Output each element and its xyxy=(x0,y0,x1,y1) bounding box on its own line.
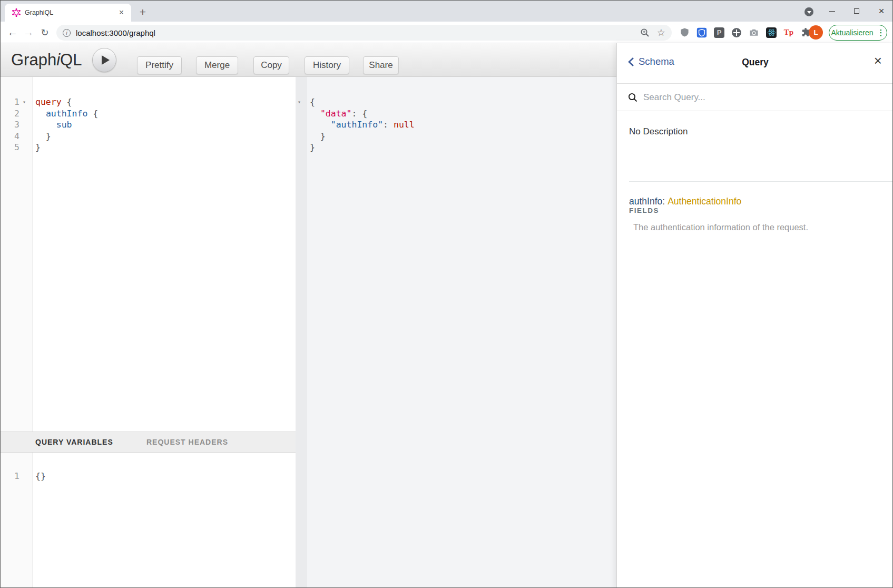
execute-query-button[interactable] xyxy=(92,48,116,72)
p-extension-icon[interactable]: P xyxy=(714,27,724,38)
copy-button[interactable]: Copy xyxy=(253,56,289,74)
query-editor[interactable]: 1▾query {2 authInfo {3 sub4 }5} xyxy=(1,77,296,432)
variables-title-bar: QUERY VARIABLES REQUEST HEADERS xyxy=(1,432,296,453)
graphql-favicon-icon xyxy=(12,8,21,17)
field-name-link[interactable]: authInfo xyxy=(629,196,662,207)
tab-query-variables[interactable]: QUERY VARIABLES xyxy=(35,432,113,452)
browser-window: GraphiQL × + × ← → ↻ i localhost:3000/gr… xyxy=(0,0,893,588)
window-close-button[interactable]: × xyxy=(869,1,893,22)
result-pane[interactable]: ▾{ "data": { "authInfo": null }} xyxy=(296,77,616,588)
docs-search-row xyxy=(617,84,893,111)
chevron-down-circle-icon[interactable] xyxy=(804,7,813,16)
docs-title: Query xyxy=(617,57,893,68)
zoom-page-icon[interactable] xyxy=(640,28,650,37)
menu-dots-icon: ⋮ xyxy=(877,28,885,37)
back-button[interactable]: ← xyxy=(5,22,21,43)
share-button[interactable]: Share xyxy=(363,56,399,74)
fields-heading: FIELDS xyxy=(629,207,659,214)
bookmark-star-icon[interactable]: ☆ xyxy=(657,28,665,37)
tab-request-headers[interactable]: REQUEST HEADERS xyxy=(146,432,228,452)
field-separator: : xyxy=(662,196,665,207)
chrome-update-button[interactable]: Aktualisieren ⋮ xyxy=(829,25,887,41)
reload-button[interactable]: ↻ xyxy=(37,22,53,43)
docs-search-input[interactable] xyxy=(642,92,845,103)
ublock-shield-icon[interactable] xyxy=(679,27,690,38)
fields-divider xyxy=(629,181,893,182)
forward-button[interactable]: → xyxy=(21,22,36,43)
play-icon xyxy=(102,55,110,65)
field-description: The authentication information of the re… xyxy=(633,222,808,232)
search-icon xyxy=(628,93,637,102)
profile-avatar[interactable]: L xyxy=(809,25,823,40)
field-type-link[interactable]: AuthenticationInfo xyxy=(668,196,741,207)
history-button[interactable]: History xyxy=(305,56,349,74)
no-description-text: No Description xyxy=(629,126,688,137)
prettify-button[interactable]: Prettify xyxy=(137,56,182,74)
move-cross-extension-icon[interactable] xyxy=(731,27,742,38)
maximize-button[interactable] xyxy=(845,1,869,22)
merge-button[interactable]: Merge xyxy=(196,56,238,74)
doc-explorer-header: Schema Query × xyxy=(617,43,893,84)
new-tab-button[interactable]: + xyxy=(135,5,150,19)
browser-titlebar: GraphiQL × + × xyxy=(1,1,892,22)
browser-tab[interactable]: GraphiQL × xyxy=(5,4,131,22)
update-label: Aktualisieren xyxy=(831,28,873,37)
url-bar[interactable]: i localhost:3000/graphql ☆ xyxy=(56,25,672,41)
doc-explorer-panel: Schema Query × No Description FIELDS aut… xyxy=(616,43,893,588)
docs-close-icon[interactable]: × xyxy=(874,54,882,67)
graphiql-topbar: GraphiQL Prettify Merge Copy History Sha… xyxy=(1,43,616,77)
graphiql-logo: GraphiQL xyxy=(11,51,82,70)
tab-title: GraphiQL xyxy=(25,9,117,16)
tab-close-icon[interactable]: × xyxy=(117,8,126,17)
react-devtools-icon[interactable] xyxy=(766,27,777,38)
url-text: localhost:3000/graphql xyxy=(76,28,640,37)
variables-editor[interactable]: 1{} xyxy=(1,453,296,588)
site-info-icon[interactable]: i xyxy=(63,29,71,37)
bitwarden-shield-icon[interactable] xyxy=(696,27,707,38)
field-row: authInfo:AuthenticationInfo xyxy=(629,196,741,207)
extensions-bar: P Tp xyxy=(679,22,811,43)
minimize-button[interactable] xyxy=(820,1,844,22)
camera-extension-icon[interactable] xyxy=(749,27,759,38)
tampermonkey-tp-icon[interactable]: Tp xyxy=(783,27,794,38)
